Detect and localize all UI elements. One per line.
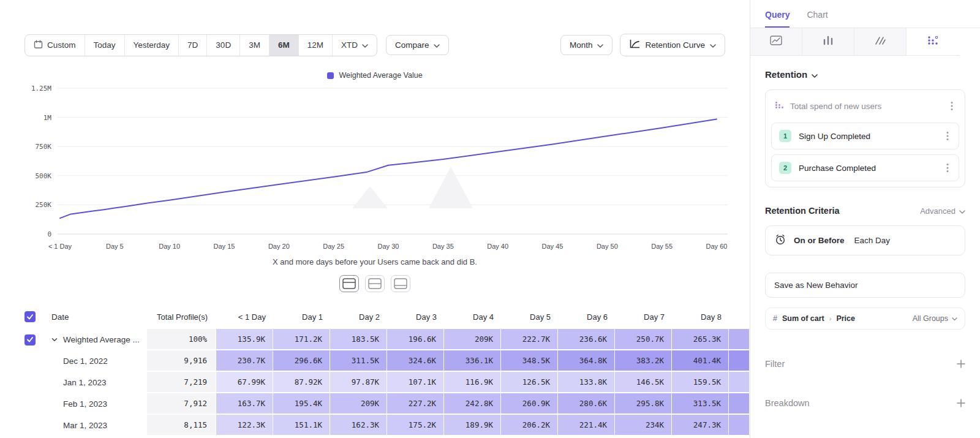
column-header[interactable]: Date bbox=[44, 304, 147, 329]
retention-value-cell[interactable]: 364.8K bbox=[558, 350, 615, 372]
row-checkbox[interactable] bbox=[24, 334, 36, 345]
retention-value-cell[interactable]: 122.3K bbox=[216, 415, 273, 436]
retention-value-cell[interactable]: 116.9K bbox=[444, 372, 501, 393]
save-as-new-behavior-button[interactable]: Save as New Behavior bbox=[765, 273, 965, 298]
measure-row[interactable]: # Sum of cart › Price All Groups bbox=[765, 308, 965, 330]
range-today[interactable]: Today bbox=[85, 35, 124, 56]
column-header[interactable]: Day 8 bbox=[672, 304, 729, 329]
retention-value-cell[interactable]: 383.2K bbox=[615, 350, 672, 372]
column-header[interactable]: Day 1 bbox=[273, 304, 330, 329]
line-chart[interactable]: 0250K500K750K1M1.25M< 1 DayDay 5Day 10Da… bbox=[12, 81, 738, 255]
chart-type-button[interactable]: Retention Curve bbox=[620, 34, 725, 56]
retention-value-cell[interactable]: 189.9K bbox=[444, 415, 501, 436]
column-header[interactable]: Day 7 bbox=[615, 304, 672, 329]
query-type-slope-chart[interactable] bbox=[854, 28, 907, 55]
retention-value-cell[interactable]: 163.7K bbox=[216, 393, 273, 415]
table-row[interactable]: Weighted Average ...100%135.9K171.2K183.… bbox=[0, 329, 750, 350]
layout-split-option-2[interactable] bbox=[365, 275, 385, 292]
retention-value-cell[interactable]: 171.2K bbox=[273, 329, 330, 350]
retention-value-cell[interactable]: 175.2K bbox=[387, 415, 444, 436]
retention-value-cell[interactable]: 336.1K bbox=[444, 350, 501, 372]
all-groups-dropdown[interactable]: All Groups bbox=[913, 314, 957, 323]
column-header[interactable]: Day 6 bbox=[558, 304, 615, 329]
retention-value-cell[interactable]: 67.99K bbox=[216, 372, 273, 393]
add-breakdown-button[interactable] bbox=[957, 399, 965, 407]
retention-timing-card[interactable]: On or Before Each Day bbox=[765, 225, 965, 255]
column-header[interactable]: Day 3 bbox=[387, 304, 444, 329]
table-row[interactable]: Dec 1, 20229,916230.7K296.6K311.5K324.6K… bbox=[0, 350, 750, 372]
retention-value-cell[interactable]: 195.4K bbox=[273, 393, 330, 415]
retention-value-cell[interactable]: 107.1K bbox=[387, 372, 444, 393]
kebab-menu-icon[interactable] bbox=[948, 100, 956, 112]
retention-value-cell[interactable]: 87.92K bbox=[273, 372, 330, 393]
expand-chevron-icon[interactable] bbox=[51, 338, 58, 342]
compare-button[interactable]: Compare bbox=[386, 35, 450, 55]
add-filter-button[interactable] bbox=[957, 360, 965, 368]
retention-value-cell[interactable]: 162.3K bbox=[330, 415, 387, 436]
retention-value-cell[interactable]: 222.7K bbox=[501, 329, 558, 350]
retention-value-cell[interactable]: 265.3K bbox=[672, 329, 729, 350]
query-type-retention[interactable] bbox=[907, 28, 959, 55]
behavior-header[interactable]: Total spend of new users bbox=[771, 96, 959, 118]
retention-value-cell[interactable]: 280.6K bbox=[558, 393, 615, 415]
retention-value-cell[interactable]: 221.4K bbox=[558, 415, 615, 436]
behavior-step[interactable]: 2Purchase Completed bbox=[771, 154, 959, 181]
layout-split-option-1[interactable] bbox=[339, 275, 359, 292]
column-header[interactable]: < 1 Day bbox=[216, 304, 273, 329]
range-6m[interactable]: 6M bbox=[269, 35, 298, 56]
granularity-button[interactable]: Month bbox=[560, 35, 613, 55]
retention-value-cell[interactable]: 236.6K bbox=[558, 329, 615, 350]
table-row[interactable]: Mar 1, 20238,115122.3K151.1K162.3K175.2K… bbox=[0, 415, 750, 436]
retention-value-cell[interactable]: 401.4K bbox=[672, 350, 729, 372]
retention-value-cell[interactable]: 146.5K bbox=[615, 372, 672, 393]
retention-value-cell[interactable]: 196.6K bbox=[387, 329, 444, 350]
retention-value-cell[interactable]: 247.3K bbox=[672, 415, 729, 436]
column-header[interactable]: Day 4 bbox=[444, 304, 501, 329]
table-row[interactable]: Jan 1, 20237,21967.99K87.92K97.87K107.1K… bbox=[0, 372, 750, 393]
query-type-line-chart[interactable] bbox=[750, 28, 802, 55]
retention-value-cell[interactable]: 242.8K bbox=[444, 393, 501, 415]
column-header[interactable]: Total Profile(s) bbox=[147, 304, 216, 329]
tab-chart[interactable]: Chart bbox=[807, 10, 827, 28]
table-row[interactable]: Feb 1, 20237,912163.7K195.4K209K227.2K24… bbox=[0, 393, 750, 415]
retention-value-cell[interactable]: 209K bbox=[444, 329, 501, 350]
range-12m[interactable]: 12M bbox=[298, 35, 332, 56]
layout-split-option-3[interactable] bbox=[391, 275, 410, 292]
retention-value-cell[interactable]: 206.2K bbox=[501, 415, 558, 436]
retention-value-cell[interactable]: 97.87K bbox=[330, 372, 387, 393]
retention-value-cell[interactable]: 260.9K bbox=[501, 393, 558, 415]
retention-value-cell[interactable]: 250.7K bbox=[615, 329, 672, 350]
retention-value-cell[interactable]: 313.5K bbox=[672, 393, 729, 415]
retention-value-cell[interactable]: 133.8K bbox=[558, 372, 615, 393]
retention-value-cell[interactable]: 348.5K bbox=[501, 350, 558, 372]
retention-value-cell[interactable]: 295.8K bbox=[615, 393, 672, 415]
range-custom[interactable]: Custom bbox=[25, 35, 85, 56]
query-type-bar-chart[interactable] bbox=[802, 28, 854, 55]
column-header[interactable]: Day 2 bbox=[330, 304, 387, 329]
column-header[interactable]: Day 5 bbox=[501, 304, 558, 329]
retention-value-cell[interactable]: 311.5K bbox=[330, 350, 387, 372]
retention-value-cell[interactable]: 296.6K bbox=[273, 350, 330, 372]
retention-value-cell[interactable]: 324.6K bbox=[387, 350, 444, 372]
kebab-menu-icon[interactable] bbox=[944, 130, 951, 142]
tab-query[interactable]: Query bbox=[765, 10, 790, 28]
retention-value-cell[interactable]: 183.5K bbox=[330, 329, 387, 350]
retention-section-header[interactable]: Retention bbox=[765, 69, 965, 80]
retention-value-cell[interactable]: 230.7K bbox=[216, 350, 273, 372]
retention-value-cell[interactable]: 159.5K bbox=[672, 372, 729, 393]
range-yesterday[interactable]: Yesterday bbox=[124, 35, 179, 56]
row-checkbox[interactable] bbox=[24, 311, 36, 322]
retention-line-series[interactable] bbox=[60, 119, 717, 219]
criteria-mode-dropdown[interactable]: Advanced bbox=[920, 206, 965, 216]
range-xtd[interactable]: XTD bbox=[332, 35, 377, 56]
retention-value-cell[interactable]: 209K bbox=[330, 393, 387, 415]
retention-value-cell[interactable]: 126.5K bbox=[501, 372, 558, 393]
behavior-step[interactable]: 1Sign Up Completed bbox=[771, 123, 959, 149]
retention-value-cell[interactable]: 135.9K bbox=[216, 329, 273, 350]
range-3m[interactable]: 3M bbox=[239, 35, 269, 56]
range-7d[interactable]: 7D bbox=[178, 35, 206, 56]
range-30d[interactable]: 30D bbox=[206, 35, 239, 56]
retention-value-cell[interactable]: 227.2K bbox=[387, 393, 444, 415]
retention-value-cell[interactable]: 151.1K bbox=[273, 415, 330, 436]
kebab-menu-icon[interactable] bbox=[944, 162, 951, 174]
